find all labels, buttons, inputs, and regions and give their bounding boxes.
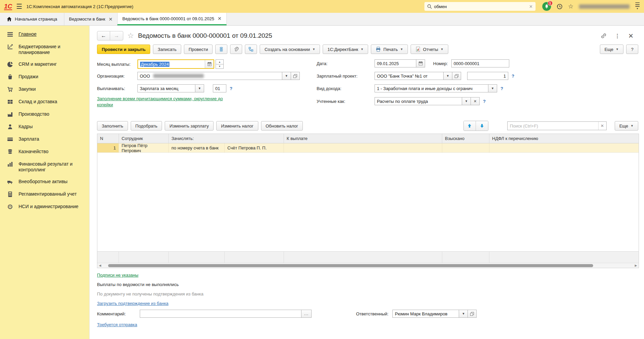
pick-button[interactable]: Подобрать bbox=[131, 121, 162, 131]
back-button[interactable]: ← bbox=[97, 31, 110, 40]
sidebar-item-payroll[interactable]: Зарплата bbox=[0, 133, 89, 146]
tab-vedomost-doc[interactable]: Ведомость в банк 0000-000001 от 09.01.20… bbox=[117, 13, 226, 25]
scroll-right-icon[interactable]: ▶ bbox=[634, 264, 638, 267]
table-more-button[interactable]: Еще ▼ bbox=[615, 121, 638, 131]
salary-project-dropdown-button[interactable]: ▼ bbox=[444, 72, 452, 80]
table-row[interactable]: 1 Петров Пётр Петрович по номеру счета в… bbox=[97, 143, 639, 153]
col-to-pay[interactable]: К выплате bbox=[284, 134, 442, 143]
table-search-field[interactable]: ✕ bbox=[507, 121, 607, 130]
print-button[interactable]: Печать ▼ bbox=[371, 45, 408, 54]
col-n[interactable]: N bbox=[97, 134, 119, 143]
spinner-down-icon[interactable]: ▼ bbox=[216, 64, 223, 69]
global-search-input[interactable] bbox=[434, 4, 527, 9]
help-question-icon[interactable]: ? bbox=[483, 99, 486, 104]
sidebar-item-noncurrent-assets[interactable]: Внеоборотные активы bbox=[0, 176, 89, 188]
more-button[interactable]: Еще ▼ bbox=[600, 45, 623, 54]
number-input[interactable]: 0000-000001 bbox=[451, 59, 509, 67]
accounted-as-clear-button[interactable]: ✕ bbox=[471, 97, 480, 105]
horizontal-scrollbar[interactable]: ◀ ▶ bbox=[97, 263, 639, 268]
table-empty-area[interactable] bbox=[97, 153, 639, 251]
save-button[interactable]: Записать bbox=[153, 45, 181, 54]
tab-close-icon[interactable]: ✕ bbox=[218, 16, 222, 21]
favorite-star-icon[interactable]: ☆ bbox=[127, 31, 134, 40]
directbank-button[interactable]: 1С:ДиректБанк ▼ bbox=[323, 45, 368, 54]
close-form-icon[interactable]: ✕ bbox=[628, 32, 634, 40]
month-calendar-button[interactable] bbox=[205, 60, 214, 68]
organization-dropdown-button[interactable]: ▼ bbox=[282, 72, 291, 80]
sidebar-item-warehouse[interactable]: Склад и доставка bbox=[0, 96, 89, 108]
move-row-down-button[interactable] bbox=[476, 121, 488, 131]
tab-home[interactable]: Начальная страница bbox=[0, 13, 64, 25]
get-link-icon[interactable] bbox=[601, 33, 607, 39]
pay-type-select[interactable]: Зарплата за месяц bbox=[137, 84, 195, 92]
current-user-name-blurred[interactable] bbox=[579, 4, 630, 9]
comment-expand-button[interactable]: ... bbox=[301, 310, 312, 318]
comment-input[interactable] bbox=[140, 310, 301, 318]
responsible-input[interactable]: Рюмин Марк Владимиров bbox=[392, 310, 459, 318]
functions-menu-icon[interactable]: ☰▾ bbox=[635, 3, 640, 10]
create-based-on-button[interactable]: Создать на основании ▼ bbox=[260, 45, 320, 54]
sidebar-item-treasury[interactable]: Казначейство bbox=[0, 146, 89, 158]
structure-report-button[interactable] bbox=[245, 45, 257, 54]
cell-credit-account[interactable]: Счёт Петрова П. П. bbox=[225, 143, 284, 153]
fill-amounts-link[interactable]: Заполнение всеми причитающимися суммами,… bbox=[97, 96, 238, 108]
fill-table-button[interactable]: Заполнить bbox=[97, 121, 128, 131]
salary-project-open-button[interactable] bbox=[452, 72, 461, 80]
month-spinner[interactable]: ▲ ▼ bbox=[216, 59, 224, 69]
forward-button[interactable]: → bbox=[110, 31, 123, 40]
col-collected[interactable]: Взыскано bbox=[442, 134, 489, 143]
project-number-input[interactable]: 1 bbox=[467, 72, 508, 80]
search-clear-icon[interactable]: ✕ bbox=[529, 4, 533, 9]
signatures-link[interactable]: Подписи не указаны bbox=[97, 273, 138, 278]
date-input[interactable]: 09.01.2025 bbox=[375, 59, 416, 67]
month-input[interactable]: Декабрь 2024 bbox=[138, 60, 205, 68]
responsible-open-button[interactable] bbox=[468, 310, 477, 318]
attachments-button[interactable] bbox=[230, 45, 242, 54]
load-confirmation-link[interactable]: Загрузить подтверждение из банка bbox=[97, 301, 168, 306]
scroll-left-icon[interactable]: ◀ bbox=[98, 264, 102, 267]
cell-collected[interactable] bbox=[442, 143, 489, 153]
change-tax-button[interactable]: Изменить налог bbox=[216, 121, 258, 131]
help-question-icon[interactable]: ? bbox=[501, 86, 503, 91]
spinner-up-icon[interactable]: ▲ bbox=[216, 60, 223, 64]
update-tax-button[interactable]: Обновить налог bbox=[261, 121, 303, 131]
change-salary-button[interactable]: Изменить зарплату bbox=[165, 121, 214, 131]
global-search[interactable]: ✕ bbox=[424, 2, 536, 11]
pay-month-number-input[interactable]: 01 bbox=[213, 84, 226, 92]
tab-close-icon[interactable]: ✕ bbox=[109, 17, 113, 22]
tab-vedomosti-list[interactable]: Ведомости в банк ✕ bbox=[64, 13, 117, 25]
cell-ndfl[interactable] bbox=[489, 143, 639, 153]
income-kind-select[interactable]: 1 - Заработная плата и иные доходы с огр… bbox=[375, 84, 488, 92]
accounted-as-select[interactable]: Расчеты по оплате труда bbox=[375, 97, 462, 105]
more-actions-icon[interactable]: ⋮ bbox=[615, 33, 620, 39]
sidebar-item-main[interactable]: Главное bbox=[0, 28, 89, 41]
help-question-icon[interactable]: ? bbox=[512, 74, 514, 79]
main-menu-icon[interactable]: ☰ bbox=[16, 2, 22, 10]
date-calendar-button[interactable] bbox=[416, 59, 425, 67]
sidebar-item-regulated-accounting[interactable]: Регламентированный учет bbox=[0, 188, 89, 201]
sidebar-item-purchases[interactable]: Закупки bbox=[0, 83, 89, 96]
document-movements-button[interactable] bbox=[215, 45, 227, 54]
col-employee[interactable]: Сотрудник bbox=[119, 134, 169, 143]
send-required-link[interactable]: Требуется отправка bbox=[97, 322, 137, 327]
col-credit[interactable]: Зачислять: bbox=[169, 134, 284, 143]
accounted-as-dropdown-button[interactable]: ▼ bbox=[462, 97, 471, 105]
income-kind-dropdown-button[interactable]: ▼ bbox=[488, 84, 497, 92]
cell-employee[interactable]: Петров Пётр Петрович bbox=[119, 143, 169, 153]
sidebar-item-budgeting[interactable]: Бюджетирование и планирование bbox=[0, 41, 89, 58]
post-button[interactable]: Провести bbox=[184, 45, 213, 54]
organization-input[interactable]: ООО bbox=[137, 72, 282, 80]
table-search-input[interactable] bbox=[508, 123, 598, 129]
move-row-up-button[interactable] bbox=[464, 121, 476, 131]
reports-button[interactable]: Отчеты ▼ bbox=[411, 45, 448, 54]
scrollbar-thumb[interactable] bbox=[108, 264, 593, 267]
cell-to-pay[interactable] bbox=[284, 143, 442, 153]
help-question-icon[interactable]: ? bbox=[230, 86, 232, 91]
notifications-button[interactable]: 1 bbox=[542, 2, 551, 11]
col-ndfl[interactable]: НДФЛ к перечислению bbox=[489, 134, 639, 143]
history-icon[interactable] bbox=[556, 3, 563, 10]
favorites-star-icon[interactable]: ☆ bbox=[568, 3, 574, 9]
sidebar-item-sales[interactable]: Продажи bbox=[0, 71, 89, 83]
sidebar-item-nsi-admin[interactable]: ⚙ НСИ и администрирование bbox=[0, 201, 89, 213]
sidebar-item-production[interactable]: Производство bbox=[0, 108, 89, 121]
